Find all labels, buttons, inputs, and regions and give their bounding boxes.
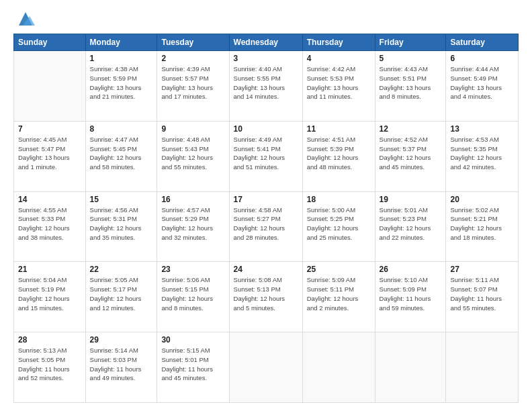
calendar-cell: 20Sunrise: 5:02 AM Sunset: 5:21 PM Dayli… [446, 191, 519, 262]
day-number: 11 [307, 124, 371, 134]
calendar-cell: 19Sunrise: 5:01 AM Sunset: 5:23 PM Dayli… [375, 191, 446, 262]
day-info: Sunrise: 5:11 AM Sunset: 5:07 PM Dayligh… [450, 275, 514, 312]
calendar-cell: 18Sunrise: 5:00 AM Sunset: 5:25 PM Dayli… [302, 191, 375, 262]
logo [13, 12, 35, 28]
calendar-cell: 1Sunrise: 4:38 AM Sunset: 5:59 PM Daylig… [85, 51, 157, 122]
day-info: Sunrise: 4:39 AM Sunset: 5:57 PM Dayligh… [161, 64, 224, 101]
day-number: 9 [161, 124, 224, 134]
day-info: Sunrise: 5:01 AM Sunset: 5:23 PM Dayligh… [380, 205, 442, 242]
calendar-cell: 28Sunrise: 5:13 AM Sunset: 5:05 PM Dayli… [14, 332, 86, 403]
day-info: Sunrise: 5:06 AM Sunset: 5:15 PM Dayligh… [161, 275, 224, 312]
calendar-cell [302, 332, 375, 403]
day-info: Sunrise: 4:56 AM Sunset: 5:31 PM Dayligh… [90, 205, 153, 242]
day-info: Sunrise: 5:14 AM Sunset: 5:03 PM Dayligh… [90, 346, 153, 383]
day-info: Sunrise: 4:40 AM Sunset: 5:55 PM Dayligh… [234, 64, 298, 101]
calendar-table: SundayMondayTuesdayWednesdayThursdayFrid… [13, 34, 519, 403]
calendar-cell: 17Sunrise: 4:58 AM Sunset: 5:27 PM Dayli… [229, 191, 302, 262]
calendar-cell: 15Sunrise: 4:56 AM Sunset: 5:31 PM Dayli… [85, 191, 157, 262]
day-info: Sunrise: 5:04 AM Sunset: 5:19 PM Dayligh… [18, 275, 81, 312]
page-header [13, 12, 519, 28]
day-info: Sunrise: 5:05 AM Sunset: 5:17 PM Dayligh… [90, 275, 153, 312]
day-info: Sunrise: 4:51 AM Sunset: 5:39 PM Dayligh… [307, 135, 371, 172]
calendar-cell [375, 332, 446, 403]
day-info: Sunrise: 5:13 AM Sunset: 5:05 PM Dayligh… [18, 346, 81, 383]
day-number: 6 [450, 54, 514, 63]
day-number: 23 [161, 265, 224, 274]
calendar-cell: 14Sunrise: 4:55 AM Sunset: 5:33 PM Dayli… [14, 191, 86, 262]
calendar-header: SundayMondayTuesdayWednesdayThursdayFrid… [14, 34, 519, 51]
day-info: Sunrise: 5:09 AM Sunset: 5:11 PM Dayligh… [307, 275, 371, 312]
calendar-cell: 8Sunrise: 4:47 AM Sunset: 5:45 PM Daylig… [85, 121, 157, 191]
day-info: Sunrise: 4:48 AM Sunset: 5:43 PM Dayligh… [161, 135, 224, 172]
day-number: 10 [234, 124, 298, 134]
day-number: 12 [380, 124, 442, 134]
day-number: 30 [161, 335, 224, 345]
day-number: 22 [90, 265, 153, 274]
day-number: 21 [18, 265, 81, 274]
day-info: Sunrise: 5:02 AM Sunset: 5:21 PM Dayligh… [450, 205, 514, 242]
weekday-tuesday: Tuesday [157, 34, 229, 51]
calendar-week-0: 1Sunrise: 4:38 AM Sunset: 5:59 PM Daylig… [14, 51, 519, 122]
day-info: Sunrise: 4:45 AM Sunset: 5:47 PM Dayligh… [18, 135, 81, 172]
weekday-thursday: Thursday [302, 34, 375, 51]
day-number: 24 [234, 265, 298, 274]
day-info: Sunrise: 4:55 AM Sunset: 5:33 PM Dayligh… [18, 205, 81, 242]
day-number: 18 [307, 195, 371, 204]
day-info: Sunrise: 4:38 AM Sunset: 5:59 PM Dayligh… [90, 64, 153, 101]
calendar-cell: 21Sunrise: 5:04 AM Sunset: 5:19 PM Dayli… [14, 262, 86, 332]
calendar-cell: 25Sunrise: 5:09 AM Sunset: 5:11 PM Dayli… [302, 262, 375, 332]
day-number: 13 [450, 124, 514, 134]
weekday-friday: Friday [375, 34, 446, 51]
calendar-cell: 12Sunrise: 4:52 AM Sunset: 5:37 PM Dayli… [375, 121, 446, 191]
weekday-saturday: Saturday [446, 34, 519, 51]
day-number: 14 [18, 195, 81, 204]
day-number: 27 [450, 265, 514, 274]
day-number: 7 [18, 124, 81, 134]
day-info: Sunrise: 5:15 AM Sunset: 5:01 PM Dayligh… [161, 346, 224, 383]
calendar-cell: 22Sunrise: 5:05 AM Sunset: 5:17 PM Dayli… [85, 262, 157, 332]
calendar-cell: 26Sunrise: 5:10 AM Sunset: 5:09 PM Dayli… [375, 262, 446, 332]
calendar-cell: 3Sunrise: 4:40 AM Sunset: 5:55 PM Daylig… [229, 51, 302, 122]
day-info: Sunrise: 4:42 AM Sunset: 5:53 PM Dayligh… [307, 64, 371, 101]
calendar-cell: 23Sunrise: 5:06 AM Sunset: 5:15 PM Dayli… [157, 262, 229, 332]
calendar-week-2: 14Sunrise: 4:55 AM Sunset: 5:33 PM Dayli… [14, 191, 519, 262]
calendar-body: 1Sunrise: 4:38 AM Sunset: 5:59 PM Daylig… [14, 51, 519, 403]
day-info: Sunrise: 4:58 AM Sunset: 5:27 PM Dayligh… [234, 205, 298, 242]
calendar-week-4: 28Sunrise: 5:13 AM Sunset: 5:05 PM Dayli… [14, 332, 519, 403]
calendar-week-1: 7Sunrise: 4:45 AM Sunset: 5:47 PM Daylig… [14, 121, 519, 191]
day-number: 15 [90, 195, 153, 204]
day-number: 8 [90, 124, 153, 134]
day-info: Sunrise: 4:52 AM Sunset: 5:37 PM Dayligh… [380, 135, 442, 172]
day-info: Sunrise: 4:57 AM Sunset: 5:29 PM Dayligh… [161, 205, 224, 242]
calendar-cell: 4Sunrise: 4:42 AM Sunset: 5:53 PM Daylig… [302, 51, 375, 122]
day-info: Sunrise: 5:10 AM Sunset: 5:09 PM Dayligh… [380, 275, 442, 312]
calendar-cell: 16Sunrise: 4:57 AM Sunset: 5:29 PM Dayli… [157, 191, 229, 262]
calendar-week-3: 21Sunrise: 5:04 AM Sunset: 5:19 PM Dayli… [14, 262, 519, 332]
day-number: 5 [380, 54, 442, 63]
day-number: 16 [161, 195, 224, 204]
day-number: 2 [161, 54, 224, 63]
day-number: 3 [234, 54, 298, 63]
weekday-monday: Monday [85, 34, 157, 51]
day-number: 17 [234, 195, 298, 204]
day-info: Sunrise: 4:43 AM Sunset: 5:51 PM Dayligh… [380, 64, 442, 101]
calendar-cell: 10Sunrise: 4:49 AM Sunset: 5:41 PM Dayli… [229, 121, 302, 191]
weekday-sunday: Sunday [14, 34, 86, 51]
day-number: 26 [380, 265, 442, 274]
day-info: Sunrise: 4:47 AM Sunset: 5:45 PM Dayligh… [90, 135, 153, 172]
calendar-cell [446, 332, 519, 403]
calendar-cell [14, 51, 86, 122]
day-number: 20 [450, 195, 514, 204]
calendar-cell: 11Sunrise: 4:51 AM Sunset: 5:39 PM Dayli… [302, 121, 375, 191]
calendar-cell: 13Sunrise: 4:53 AM Sunset: 5:35 PM Dayli… [446, 121, 519, 191]
day-info: Sunrise: 4:49 AM Sunset: 5:41 PM Dayligh… [234, 135, 298, 172]
logo-icon [16, 9, 35, 28]
day-number: 29 [90, 335, 153, 345]
calendar-cell: 9Sunrise: 4:48 AM Sunset: 5:43 PM Daylig… [157, 121, 229, 191]
day-number: 19 [380, 195, 442, 204]
calendar-cell: 6Sunrise: 4:44 AM Sunset: 5:49 PM Daylig… [446, 51, 519, 122]
calendar-cell: 5Sunrise: 4:43 AM Sunset: 5:51 PM Daylig… [375, 51, 446, 122]
day-info: Sunrise: 5:08 AM Sunset: 5:13 PM Dayligh… [234, 275, 298, 312]
day-number: 1 [90, 54, 153, 63]
weekday-wednesday: Wednesday [229, 34, 302, 51]
